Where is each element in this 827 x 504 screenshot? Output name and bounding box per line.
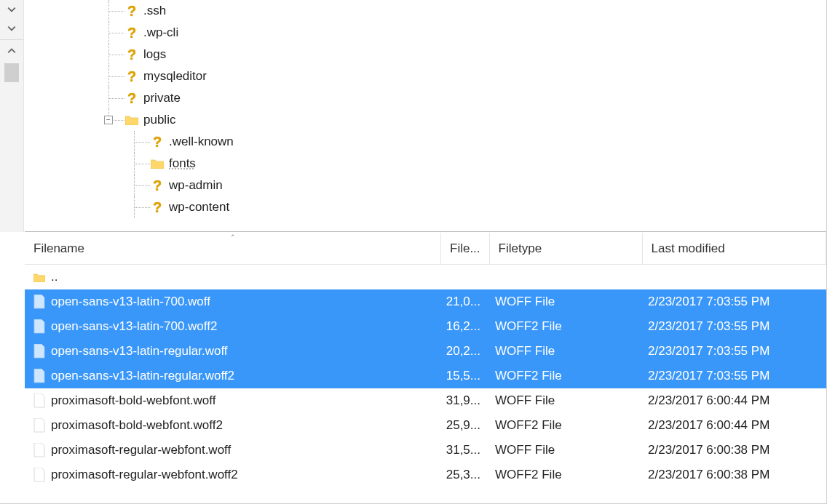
file-name: proximasoft-regular-webfont.woff2 <box>51 468 441 482</box>
file-type: WOFF File <box>486 393 639 408</box>
tree-item-label: .ssh <box>143 4 166 18</box>
file-size: 25,3... <box>441 468 486 482</box>
tree-toggle-icon[interactable]: − <box>104 116 113 124</box>
tree-item-fonts[interactable]: fonts <box>25 153 826 175</box>
scroll-down-button-2[interactable] <box>0 19 23 38</box>
scroll-down-button[interactable] <box>0 0 23 19</box>
file-type: WOFF2 File <box>486 468 639 482</box>
tree-item-label: wp-content <box>169 200 229 215</box>
question-icon: ? <box>124 25 139 40</box>
tree-item-logs[interactable]: ?logs <box>25 44 826 65</box>
file-size: 21,0... <box>441 295 486 309</box>
question-icon: ? <box>150 135 165 149</box>
sort-indicator-icon: ⌃ <box>230 233 236 241</box>
file-size: 31,5... <box>441 443 486 457</box>
scroll-up-button[interactable] <box>0 41 23 60</box>
file-row[interactable]: open-sans-v13-latin-700.woff216,2...WOFF… <box>25 314 826 339</box>
folder-icon <box>150 156 165 171</box>
tree-item-label: public <box>143 113 175 127</box>
file-type: WOFF2 File <box>486 418 639 433</box>
folder-icon <box>32 268 47 286</box>
tree-item-label: .wp-cli <box>143 25 178 40</box>
scrollbar-thumb[interactable] <box>4 63 19 82</box>
file-row[interactable]: proximasoft-regular-webfont.woff225,3...… <box>25 463 826 487</box>
file-row[interactable]: proximasoft-bold-webfont.woff225,9...WOF… <box>25 413 826 438</box>
file-icon <box>32 441 47 459</box>
file-type: WOFF File <box>486 443 639 457</box>
file-icon <box>32 392 47 409</box>
file-icon <box>32 417 47 434</box>
tree-item-mysqleditor[interactable]: ?mysqleditor <box>25 65 826 87</box>
tree-item-label: logs <box>143 47 166 62</box>
file-type: WOFF2 File <box>486 319 639 334</box>
file-size: 16,2... <box>441 319 486 334</box>
column-header-filesize[interactable]: File... <box>441 233 490 264</box>
question-icon: ? <box>150 178 165 193</box>
question-icon: ? <box>124 4 139 18</box>
tree-item--ssh[interactable]: ?.ssh <box>25 0 826 22</box>
file-date: 2/23/2017 6:00:38 PM <box>639 468 826 482</box>
file-row[interactable]: open-sans-v13-latin-regular.woff215,5...… <box>25 364 826 388</box>
file-date: 2/23/2017 7:03:55 PM <box>639 344 826 359</box>
file-name: proximasoft-regular-webfont.woff <box>51 443 441 457</box>
question-icon: ? <box>124 69 139 84</box>
column-header-filesize-label: File... <box>450 241 480 256</box>
question-icon: ? <box>150 200 165 215</box>
tree-item-label: private <box>143 91 181 105</box>
left-gutter <box>0 0 24 232</box>
question-icon: ? <box>124 47 139 62</box>
column-header-modified[interactable]: Last modified <box>643 233 826 264</box>
file-name: proximasoft-bold-webfont.woff2 <box>51 418 441 433</box>
file-row[interactable]: proximasoft-bold-webfont.woff31,9...WOFF… <box>25 388 826 413</box>
file-icon <box>32 367 47 385</box>
file-row[interactable]: open-sans-v13-latin-700.woff21,0...WOFF … <box>25 289 826 314</box>
file-date: 2/23/2017 6:00:38 PM <box>639 443 826 457</box>
column-header-filetype-label: Filetype <box>499 241 542 256</box>
file-date: 2/23/2017 7:03:55 PM <box>639 369 826 383</box>
file-name: open-sans-v13-latin-700.woff <box>51 295 441 309</box>
file-name: open-sans-v13-latin-700.woff2 <box>51 319 441 334</box>
column-header-filename-label: Filename <box>33 241 84 256</box>
column-header-filename[interactable]: Filename ⌃ <box>25 233 441 264</box>
tree-item-label: mysqleditor <box>143 69 207 84</box>
file-date: 2/23/2017 7:03:55 PM <box>639 319 826 334</box>
tree-item-wp-content[interactable]: ?wp-content <box>25 196 826 218</box>
file-date: 2/23/2017 7:03:55 PM <box>639 295 826 309</box>
tree-item-label: fonts <box>169 156 196 171</box>
file-name: open-sans-v13-latin-regular.woff <box>51 344 441 359</box>
file-size: 20,2... <box>441 344 486 359</box>
tree-item-label: .well-known <box>169 135 234 149</box>
parent-dir-row[interactable]: .. <box>25 265 826 289</box>
parent-dir-label: .. <box>51 270 441 284</box>
file-type: WOFF File <box>486 344 639 359</box>
file-list-pane: Filename ⌃ File... Filetype Last modifie… <box>25 233 826 503</box>
file-icon <box>32 318 47 335</box>
file-icon <box>32 293 47 311</box>
folder-icon <box>124 113 139 127</box>
column-header-modified-label: Last modified <box>652 241 725 256</box>
file-size: 31,9... <box>441 393 486 408</box>
tree-item-public[interactable]: −public <box>25 109 826 131</box>
file-row[interactable]: open-sans-v13-latin-regular.woff20,2...W… <box>25 339 826 364</box>
tree-item--wp-cli[interactable]: ?.wp-cli <box>25 22 826 44</box>
tree-item--well-known[interactable]: ?.well-known <box>25 131 826 153</box>
file-date: 2/23/2017 6:00:44 PM <box>639 393 826 408</box>
file-size: 15,5... <box>441 369 486 383</box>
file-icon <box>32 466 47 484</box>
file-size: 25,9... <box>441 418 486 433</box>
column-header-filetype[interactable]: Filetype <box>490 233 643 264</box>
file-date: 2/23/2017 6:00:44 PM <box>639 418 826 433</box>
file-name: proximasoft-bold-webfont.woff <box>51 393 441 408</box>
file-icon <box>32 343 47 360</box>
tree-item-wp-admin[interactable]: ?wp-admin <box>25 175 826 196</box>
file-type: WOFF2 File <box>486 369 639 383</box>
file-name: open-sans-v13-latin-regular.woff2 <box>51 369 441 383</box>
file-row[interactable]: proximasoft-regular-webfont.woff31,5...W… <box>25 438 826 463</box>
tree-item-label: wp-admin <box>169 178 223 193</box>
tree-item-private[interactable]: ?private <box>25 87 826 109</box>
file-list-header: Filename ⌃ File... Filetype Last modifie… <box>25 233 826 265</box>
folder-tree-pane: ?.ssh?.wp-cli?logs?mysqleditor?private−p… <box>25 0 826 232</box>
question-icon: ? <box>124 91 139 105</box>
file-type: WOFF File <box>486 295 639 309</box>
